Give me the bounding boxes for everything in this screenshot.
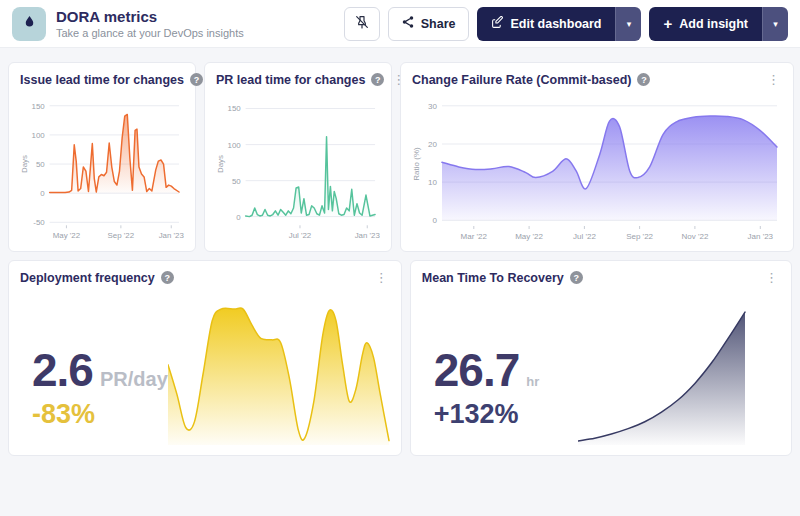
card-pr-lead-time: PR lead time for changes ? ⋮ 050100150Ju… — [204, 62, 392, 252]
add-insight-split-button: + Add insight ▾ — [649, 7, 788, 41]
card-title: PR lead time for changes — [216, 73, 365, 87]
svg-text:Sep '22: Sep '22 — [626, 232, 653, 241]
plus-icon: + — [663, 16, 672, 31]
share-button[interactable]: Share — [388, 7, 469, 41]
card-change-failure-rate: Change Failure Rate (Commit-based) ? ⋮ 0… — [400, 62, 794, 252]
add-insight-label: Add insight — [679, 17, 748, 31]
svg-text:May '22: May '22 — [515, 232, 543, 241]
help-icon[interactable]: ? — [371, 73, 384, 86]
svg-text:100: 100 — [32, 131, 46, 140]
top-bar: DORA metrics Take a glance at your DevOp… — [0, 0, 800, 48]
svg-text:Days: Days — [216, 155, 225, 173]
stat-unit: hr — [526, 374, 539, 389]
svg-text:150: 150 — [32, 102, 46, 111]
svg-text:100: 100 — [228, 141, 242, 150]
svg-text:Nov '22: Nov '22 — [681, 232, 708, 241]
share-icon — [401, 15, 415, 32]
edit-dashboard-dropdown-button[interactable]: ▾ — [615, 7, 641, 41]
help-icon[interactable]: ? — [190, 73, 203, 86]
edit-icon — [491, 16, 504, 32]
svg-text:Jan '23: Jan '23 — [355, 231, 380, 240]
stat-change: +132% — [434, 399, 540, 430]
svg-text:Jan '23: Jan '23 — [159, 231, 184, 240]
change-failure-rate-chart[interactable]: 0102030Mar '22May '22Jul '22Sep '22Nov '… — [412, 94, 782, 242]
svg-text:Jan '23: Jan '23 — [748, 232, 774, 241]
svg-text:Jul '22: Jul '22 — [573, 232, 596, 241]
add-insight-button[interactable]: + Add insight — [649, 7, 762, 41]
card-title: Issue lead time for changes — [20, 73, 184, 87]
svg-text:50: 50 — [232, 177, 241, 186]
mean-time-to-recovery-chart[interactable] — [578, 306, 746, 446]
app-logo — [12, 7, 46, 41]
svg-text:Jul '22: Jul '22 — [289, 231, 312, 240]
stat-change: -83% — [32, 399, 168, 430]
stat-value: 26.7 — [434, 347, 520, 393]
svg-text:-50: -50 — [33, 218, 45, 227]
stat-value: 2.6 — [32, 347, 93, 393]
edit-dashboard-label: Edit dashboard — [511, 17, 602, 31]
share-label: Share — [421, 17, 456, 31]
deployment-frequency-chart[interactable] — [168, 294, 390, 446]
svg-text:20: 20 — [428, 140, 437, 149]
card-mean-time-to-recovery: Mean Time To Recovery ? ⋮ 26.7 hr +132% — [410, 260, 792, 456]
help-icon[interactable]: ? — [570, 271, 583, 284]
pin-off-icon — [354, 14, 370, 33]
svg-text:0: 0 — [433, 216, 438, 225]
edit-dashboard-split-button: Edit dashboard ▾ — [477, 7, 642, 41]
card-deployment-frequency: Deployment frequency ? ⋮ 2.6 PR/day -83% — [8, 260, 402, 456]
issue-lead-time-chart[interactable]: -50050100150May '22Sep '22Jan '23Days — [20, 94, 184, 242]
svg-text:Days: Days — [20, 155, 29, 173]
more-menu-icon[interactable]: ⋮ — [373, 270, 390, 285]
svg-text:Sep '22: Sep '22 — [108, 231, 135, 240]
card-issue-lead-time: Issue lead time for changes ? ⋮ -5005010… — [8, 62, 196, 252]
svg-text:150: 150 — [228, 104, 242, 113]
more-menu-icon[interactable]: ⋮ — [765, 72, 782, 87]
svg-text:50: 50 — [36, 160, 45, 169]
card-title: Change Failure Rate (Commit-based) — [412, 73, 631, 87]
svg-text:Ratio (%): Ratio (%) — [412, 147, 421, 181]
svg-text:0: 0 — [40, 189, 45, 198]
svg-text:May '22: May '22 — [53, 231, 80, 240]
dashboard-grid: Issue lead time for changes ? ⋮ -5005010… — [0, 48, 800, 456]
caret-down-icon: ▾ — [773, 19, 778, 29]
edit-dashboard-button[interactable]: Edit dashboard — [477, 7, 616, 41]
svg-text:Mar '22: Mar '22 — [461, 232, 488, 241]
stat-unit: PR/day — [100, 368, 168, 391]
page-title: DORA metrics — [56, 8, 244, 25]
help-icon[interactable]: ? — [161, 271, 174, 284]
svg-text:10: 10 — [428, 178, 437, 187]
more-menu-icon[interactable]: ⋮ — [763, 270, 780, 285]
svg-text:30: 30 — [428, 102, 437, 111]
svg-text:0: 0 — [236, 213, 241, 222]
caret-down-icon: ▾ — [627, 19, 632, 29]
card-title: Mean Time To Recovery — [422, 271, 564, 285]
add-insight-dropdown-button[interactable]: ▾ — [762, 7, 788, 41]
unpin-button[interactable] — [344, 7, 380, 41]
help-icon[interactable]: ? — [637, 73, 650, 86]
page-subtitle: Take a glance at your DevOps insights — [56, 27, 244, 39]
droplet-icon — [22, 14, 37, 33]
card-title: Deployment frequency — [20, 271, 155, 285]
pr-lead-time-chart[interactable]: 050100150Jul '22Jan '23Days — [216, 94, 380, 242]
